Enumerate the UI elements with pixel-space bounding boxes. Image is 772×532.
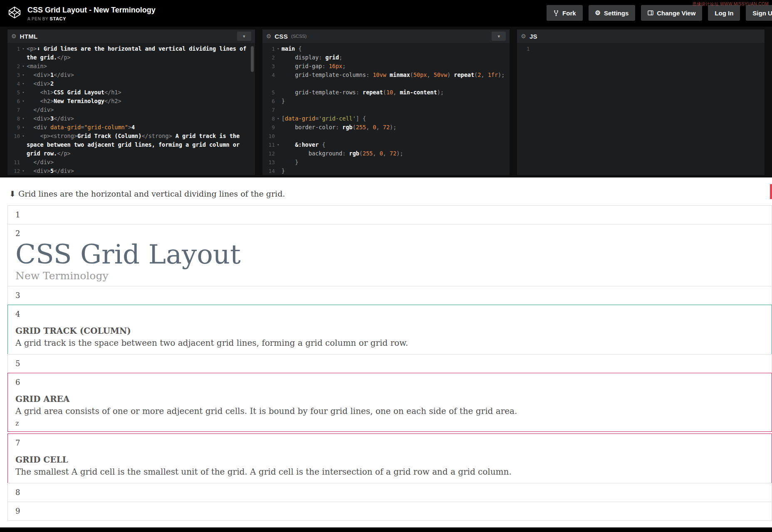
code-line: 7 </div> xyxy=(7,106,255,114)
html-editor-gear-icon[interactable]: ⚙ xyxy=(11,33,17,39)
html-editor-scrollbar[interactable] xyxy=(251,46,254,72)
line-number: 9 xyxy=(7,123,20,132)
line-number xyxy=(7,149,20,158)
fold-marker-icon[interactable]: ▾ xyxy=(275,140,282,149)
js-editor-gear-icon[interactable]: ⚙ xyxy=(521,33,526,39)
code-line: grid row.</p> xyxy=(7,149,255,158)
css-preprocessor-label: (SCSS) xyxy=(291,34,307,39)
code-text: <div>1</div> xyxy=(27,71,255,79)
grid-cell-8[interactable]: 8 xyxy=(7,483,772,502)
grid-cell-7[interactable]: 7GRID CELLThe smallest A grid cell is th… xyxy=(7,433,772,483)
fold-spacer xyxy=(275,158,282,167)
fold-marker-icon[interactable]: ▾ xyxy=(20,44,27,53)
fold-marker-icon[interactable]: ▾ xyxy=(20,62,27,71)
fork-button[interactable]: Fork xyxy=(547,5,583,21)
fold-spacer xyxy=(20,158,27,167)
fold-spacer xyxy=(275,88,282,97)
preview-heading: CSS Grid Layout xyxy=(15,241,764,268)
pen-author[interactable]: Stacy xyxy=(50,16,66,21)
code-line: 6▾ <h2>New Terminology</h2> xyxy=(7,97,255,106)
grid-cell-2[interactable]: 2CSS Grid LayoutNew Terminology xyxy=(7,224,772,286)
grid-cell-1[interactable]: 1 xyxy=(7,205,772,224)
grid-cell-3[interactable]: 3 xyxy=(7,286,772,305)
code-line: 6} xyxy=(262,97,510,106)
cell-number: 7 xyxy=(15,438,764,448)
fold-marker-icon[interactable]: ▾ xyxy=(20,132,27,140)
preview-subheading: New Terminology xyxy=(15,270,764,282)
code-line: 9▾ <div data-grid="grid-column">4 xyxy=(7,123,255,132)
line-number: 7 xyxy=(7,106,20,114)
fold-spacer xyxy=(20,106,27,114)
html-panel: ⚙ HTML ▾ 1▾<p>⬇ Grid lines are the horiz… xyxy=(7,30,255,175)
code-text: &:hover { xyxy=(282,140,510,149)
html-code[interactable]: 1▾<p>⬇ Grid lines are the horizontal and… xyxy=(7,43,255,175)
css-code[interactable]: 1▾main {2 display: grid;3 grid-gap: 16px… xyxy=(262,43,510,175)
grid-cell-4[interactable]: 4GRID TRACK (COLUMN)A grid track is the … xyxy=(7,305,772,355)
cell-number: 9 xyxy=(15,506,764,517)
line-number: 2 xyxy=(262,53,275,62)
code-text: grid-template-rows: repeat(10, min-conte… xyxy=(282,88,510,97)
line-number: 3 xyxy=(7,71,20,79)
chevron-down-icon: ▾ xyxy=(243,34,245,39)
codepen-logo[interactable] xyxy=(7,6,22,20)
intro-text: ⬇ Grid lines are the horizontal and vert… xyxy=(9,188,772,199)
code-line: 1▾<p>⬇ Grid lines are the horizontal and… xyxy=(7,44,255,53)
cell-number: 1 xyxy=(15,209,764,220)
signup-button[interactable]: Sign Up xyxy=(746,5,772,21)
cell-number: 2 xyxy=(15,228,764,239)
grid-cell-5[interactable]: 5 xyxy=(7,354,772,373)
code-line: 13 } xyxy=(262,158,510,167)
line-number: 12 xyxy=(262,149,275,158)
cell-extra-text: z xyxy=(15,419,764,428)
fold-marker-icon[interactable]: ▾ xyxy=(275,114,282,123)
change-view-button[interactable]: Change View xyxy=(641,5,702,21)
fold-marker-icon[interactable]: ▾ xyxy=(20,123,27,132)
fold-marker-icon[interactable]: ▾ xyxy=(20,79,27,88)
code-text: <div>5</div> xyxy=(27,167,255,175)
grid-cell-9[interactable]: 9 xyxy=(7,502,772,521)
grid-cell-6[interactable]: 6GRID AREAA grid area consists of one or… xyxy=(7,373,772,432)
code-text: <div>3</div> xyxy=(27,114,255,123)
js-panel-title: JS xyxy=(530,33,537,40)
login-button-label: Log In xyxy=(715,10,733,17)
fold-marker-icon[interactable]: ▾ xyxy=(20,88,27,97)
code-line xyxy=(262,79,510,88)
change-view-button-label: Change View xyxy=(657,10,695,17)
code-line: 1▾main { xyxy=(262,44,510,53)
pen-title: CSS Grid Layout - New Terminology xyxy=(27,6,156,15)
css-panel: ⚙ CSS (SCSS) ▾ 1▾main {2 display: grid;3… xyxy=(262,30,510,175)
code-text: background: rgb(255, 0, 72); xyxy=(282,149,510,158)
line-number: 11 xyxy=(7,158,20,167)
gear-icon: ⚙ xyxy=(595,9,601,17)
fold-marker-icon[interactable]: ▾ xyxy=(20,71,27,79)
code-text: grid row.</p> xyxy=(27,149,255,158)
fold-marker-icon[interactable]: ▾ xyxy=(275,44,282,53)
fold-spacer xyxy=(275,123,282,132)
css-collapse-button[interactable]: ▾ xyxy=(492,32,506,41)
code-line: 8▾[data-grid='grid-cell'] { xyxy=(262,114,510,123)
fold-marker-icon[interactable]: ▾ xyxy=(20,97,27,106)
fold-spacer xyxy=(275,53,282,62)
code-line: 8▾ <div>3</div> xyxy=(7,114,255,123)
code-line: 2▾<main> xyxy=(7,62,255,71)
fold-marker-icon[interactable]: ▾ xyxy=(20,114,27,123)
login-button[interactable]: Log In xyxy=(708,5,740,21)
line-number xyxy=(7,140,20,149)
css-editor-gear-icon[interactable]: ⚙ xyxy=(266,33,272,39)
code-text: </div> xyxy=(27,106,255,114)
code-line: 7 xyxy=(262,106,510,114)
code-text xyxy=(282,79,510,88)
code-text: [data-grid='grid-cell'] { xyxy=(282,114,510,123)
line-number: 9 xyxy=(262,123,275,132)
html-collapse-button[interactable]: ▾ xyxy=(237,32,251,41)
code-text: } xyxy=(282,97,510,106)
cell-number: 3 xyxy=(15,290,764,301)
fold-marker-icon[interactable]: ▾ xyxy=(20,167,27,175)
console-bar[interactable] xyxy=(0,527,772,532)
js-code[interactable]: 1 xyxy=(517,43,765,175)
fold-spacer xyxy=(275,149,282,158)
settings-button[interactable]: ⚙ Settings xyxy=(589,5,636,21)
line-number: 1 xyxy=(517,44,530,53)
code-line: 3 grid-gap: 16px; xyxy=(262,62,510,71)
line-number: 8 xyxy=(262,114,275,123)
